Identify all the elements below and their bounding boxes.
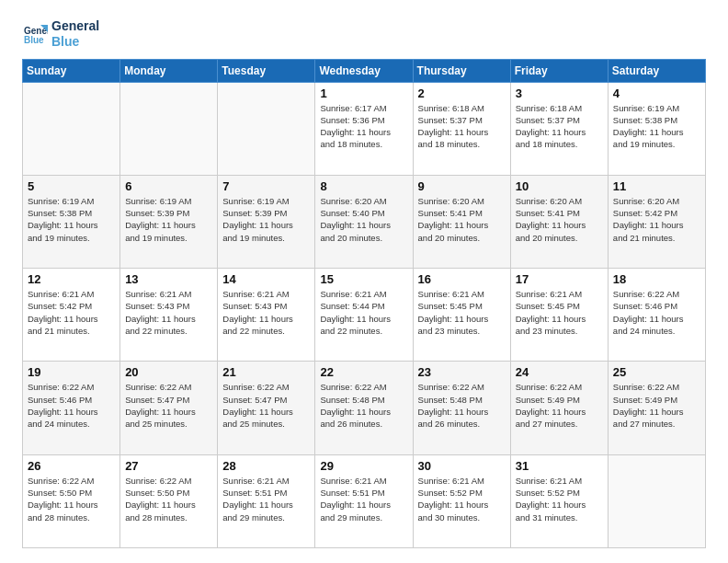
day-header-monday: Monday [120,59,218,82]
calendar-cell: 9Sunrise: 6:20 AM Sunset: 5:41 PM Daylig… [413,175,510,268]
calendar-cell: 21Sunrise: 6:22 AM Sunset: 5:47 PM Dayli… [218,362,315,454]
day-number: 31 [516,459,603,473]
calendar-cell: 11Sunrise: 6:20 AM Sunset: 5:42 PM Dayli… [608,175,705,268]
day-info: Sunrise: 6:21 AM Sunset: 5:52 PM Dayligh… [418,475,506,523]
day-info: Sunrise: 6:21 AM Sunset: 5:51 PM Dayligh… [222,475,310,523]
calendar-cell: 19Sunrise: 6:22 AM Sunset: 5:46 PM Dayli… [23,362,120,454]
calendar-cell: 2Sunrise: 6:18 AM Sunset: 5:37 PM Daylig… [413,82,510,175]
calendar-cell: 18Sunrise: 6:22 AM Sunset: 5:46 PM Dayli… [608,269,705,362]
day-number: 5 [28,179,115,193]
day-number: 14 [222,272,310,286]
calendar-cell: 27Sunrise: 6:22 AM Sunset: 5:50 PM Dayli… [120,454,218,547]
day-info: Sunrise: 6:22 AM Sunset: 5:48 PM Dayligh… [418,381,506,430]
day-number: 25 [613,365,700,379]
calendar-cell: 23Sunrise: 6:22 AM Sunset: 5:48 PM Dayli… [413,362,510,454]
day-number: 12 [28,272,115,286]
calendar-cell [608,454,705,547]
calendar-cell: 13Sunrise: 6:21 AM Sunset: 5:43 PM Dayli… [120,269,218,362]
calendar-cell: 25Sunrise: 6:22 AM Sunset: 5:49 PM Dayli… [608,362,705,454]
calendar-cell: 17Sunrise: 6:21 AM Sunset: 5:45 PM Dayli… [510,269,608,362]
day-number: 23 [418,365,506,379]
calendar-cell: 8Sunrise: 6:20 AM Sunset: 5:40 PM Daylig… [315,175,413,268]
day-number: 19 [28,365,115,379]
day-info: Sunrise: 6:20 AM Sunset: 5:41 PM Dayligh… [516,195,603,244]
day-header-thursday: Thursday [413,59,510,82]
calendar-cell: 28Sunrise: 6:21 AM Sunset: 5:51 PM Dayli… [218,454,315,547]
day-info: Sunrise: 6:19 AM Sunset: 5:38 PM Dayligh… [28,195,115,244]
header: General Blue General Blue [22,18,706,50]
day-number: 22 [320,365,407,379]
calendar-cell: 22Sunrise: 6:22 AM Sunset: 5:48 PM Dayli… [315,362,413,454]
calendar-week-5: 26Sunrise: 6:22 AM Sunset: 5:50 PM Dayli… [23,454,706,547]
day-info: Sunrise: 6:17 AM Sunset: 5:36 PM Dayligh… [320,102,407,151]
calendar-week-3: 12Sunrise: 6:21 AM Sunset: 5:42 PM Dayli… [23,269,706,362]
day-number: 18 [613,272,700,286]
calendar-cell: 29Sunrise: 6:21 AM Sunset: 5:51 PM Dayli… [315,454,413,547]
calendar-header-row: SundayMondayTuesdayWednesdayThursdayFrid… [23,59,706,82]
calendar-cell: 3Sunrise: 6:18 AM Sunset: 5:37 PM Daylig… [510,82,608,175]
calendar-cell: 31Sunrise: 6:21 AM Sunset: 5:52 PM Dayli… [510,454,608,547]
day-number: 1 [320,86,407,100]
day-number: 2 [418,86,506,100]
calendar-week-1: 1Sunrise: 6:17 AM Sunset: 5:36 PM Daylig… [23,82,706,175]
logo-text-blue: Blue [51,34,99,50]
calendar-cell: 7Sunrise: 6:19 AM Sunset: 5:39 PM Daylig… [218,175,315,268]
calendar-cell: 20Sunrise: 6:22 AM Sunset: 5:47 PM Dayli… [120,362,218,454]
logo-icon: General Blue [22,21,48,47]
calendar-cell: 24Sunrise: 6:22 AM Sunset: 5:49 PM Dayli… [510,362,608,454]
day-number: 16 [418,272,506,286]
calendar-cell: 10Sunrise: 6:20 AM Sunset: 5:41 PM Dayli… [510,175,608,268]
day-info: Sunrise: 6:22 AM Sunset: 5:46 PM Dayligh… [613,288,700,337]
day-number: 6 [125,179,212,193]
day-number: 27 [125,459,212,473]
calendar-cell: 5Sunrise: 6:19 AM Sunset: 5:38 PM Daylig… [23,175,120,268]
day-info: Sunrise: 6:22 AM Sunset: 5:48 PM Dayligh… [320,381,407,430]
calendar-week-2: 5Sunrise: 6:19 AM Sunset: 5:38 PM Daylig… [23,175,706,268]
day-info: Sunrise: 6:22 AM Sunset: 5:50 PM Dayligh… [28,475,115,523]
day-info: Sunrise: 6:22 AM Sunset: 5:46 PM Dayligh… [28,381,115,430]
calendar-cell: 6Sunrise: 6:19 AM Sunset: 5:39 PM Daylig… [120,175,218,268]
day-info: Sunrise: 6:19 AM Sunset: 5:39 PM Dayligh… [125,195,212,244]
day-number: 4 [613,86,700,100]
calendar-cell: 1Sunrise: 6:17 AM Sunset: 5:36 PM Daylig… [315,82,413,175]
day-header-tuesday: Tuesday [218,59,315,82]
day-header-wednesday: Wednesday [315,59,413,82]
calendar-week-4: 19Sunrise: 6:22 AM Sunset: 5:46 PM Dayli… [23,362,706,454]
day-number: 28 [222,459,310,473]
calendar-cell: 14Sunrise: 6:21 AM Sunset: 5:43 PM Dayli… [218,269,315,362]
day-number: 30 [418,459,506,473]
logo: General Blue General Blue [22,18,99,50]
day-info: Sunrise: 6:22 AM Sunset: 5:47 PM Dayligh… [222,381,310,430]
day-info: Sunrise: 6:21 AM Sunset: 5:45 PM Dayligh… [516,288,603,337]
calendar-cell: 12Sunrise: 6:21 AM Sunset: 5:42 PM Dayli… [23,269,120,362]
day-number: 10 [516,179,603,193]
day-info: Sunrise: 6:20 AM Sunset: 5:40 PM Dayligh… [320,195,407,244]
day-info: Sunrise: 6:21 AM Sunset: 5:44 PM Dayligh… [320,288,407,337]
page: General Blue General Blue SundayMondayTu… [0,0,728,563]
day-number: 7 [222,179,310,193]
day-header-sunday: Sunday [23,59,120,82]
day-number: 9 [418,179,506,193]
calendar-cell: 26Sunrise: 6:22 AM Sunset: 5:50 PM Dayli… [23,454,120,547]
day-number: 29 [320,459,407,473]
day-info: Sunrise: 6:21 AM Sunset: 5:51 PM Dayligh… [320,475,407,523]
day-number: 17 [516,272,603,286]
svg-text:Blue: Blue [24,35,44,45]
day-info: Sunrise: 6:22 AM Sunset: 5:49 PM Dayligh… [613,381,700,430]
day-number: 11 [613,179,700,193]
day-info: Sunrise: 6:21 AM Sunset: 5:42 PM Dayligh… [28,288,115,337]
day-info: Sunrise: 6:22 AM Sunset: 5:47 PM Dayligh… [125,381,212,430]
calendar-cell [218,82,315,175]
calendar-cell: 4Sunrise: 6:19 AM Sunset: 5:38 PM Daylig… [608,82,705,175]
day-info: Sunrise: 6:22 AM Sunset: 5:50 PM Dayligh… [125,475,212,523]
day-number: 20 [125,365,212,379]
logo-text-general: General [51,18,99,34]
day-number: 8 [320,179,407,193]
day-number: 3 [516,86,603,100]
day-info: Sunrise: 6:19 AM Sunset: 5:38 PM Dayligh… [613,102,700,151]
day-number: 15 [320,272,407,286]
day-info: Sunrise: 6:18 AM Sunset: 5:37 PM Dayligh… [516,102,603,151]
day-info: Sunrise: 6:21 AM Sunset: 5:52 PM Dayligh… [516,475,603,523]
day-info: Sunrise: 6:20 AM Sunset: 5:42 PM Dayligh… [613,195,700,244]
calendar-cell [120,82,218,175]
